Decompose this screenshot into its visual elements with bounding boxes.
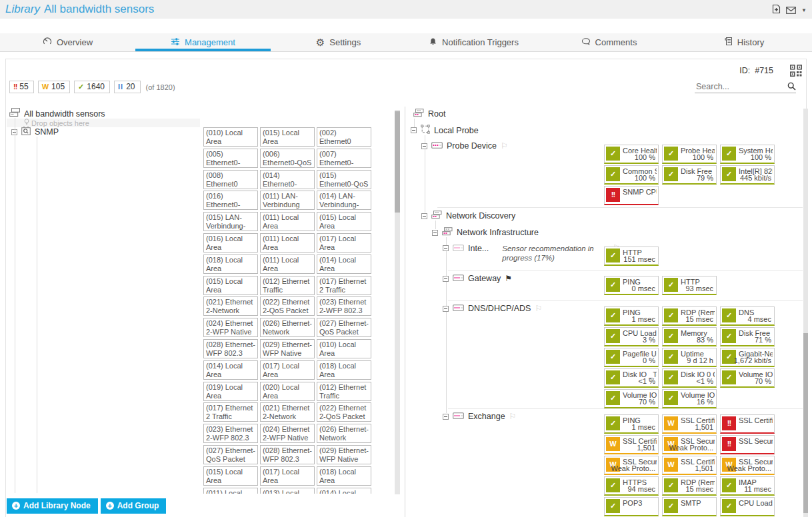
library-sensor-tile[interactable]: (014) Local Area xyxy=(317,488,371,494)
tree-node-dns-dhcp-ads[interactable]: DNS/DHCP/ADS ⚐ xyxy=(443,304,542,313)
right-panel-scrollbar-thumb[interactable] xyxy=(803,333,808,513)
library-sensor-tile[interactable]: (015) Local Area xyxy=(203,466,258,486)
library-sensor-tile[interactable]: (005) Ethernet0-WFP Native xyxy=(203,149,258,168)
library-sensor-tile[interactable]: (027) Ethernet-QoS Packet xyxy=(317,318,371,337)
sensor-tile[interactable]: WSSL Securi...Weak Proto... xyxy=(662,435,717,454)
sensor-tile[interactable]: ✓HTTP151 msec xyxy=(604,247,659,266)
status-badge-ok[interactable]: ✓1640 xyxy=(74,81,110,93)
tab-history[interactable]: History xyxy=(677,33,812,51)
tree-node-exchange[interactable]: Exchange ⚐ xyxy=(443,412,516,421)
collapse-toggle[interactable] xyxy=(443,414,449,420)
sensor-tile[interactable]: ✓Intel[R] 825...445 kbit/s xyxy=(720,165,775,185)
new-object-icon[interactable] xyxy=(772,4,781,17)
library-sensor-tile[interactable]: (029) Ethernet-WFP Native xyxy=(260,339,315,358)
sensor-tile[interactable]: ✓Disk IO 0 C:<1 % xyxy=(662,368,717,388)
library-sensor-tile[interactable]: (024) Ethernet 2-WFP Native xyxy=(203,318,258,337)
library-sensor-tile[interactable]: (021) Ethernet 2-Network xyxy=(260,402,315,422)
sensor-tile[interactable]: !!SSL Certifi... xyxy=(720,414,775,434)
sensor-tile[interactable]: ✓SMTP xyxy=(662,497,717,516)
library-sensor-tile[interactable]: (028) Ethernet-WFP 802.3 xyxy=(260,445,315,464)
library-sensor-tile[interactable]: (007) Ethernet0-WFP 802.3 xyxy=(317,149,371,168)
library-sensor-tile[interactable]: (016) Ethernet0-WFP 802.3 xyxy=(203,191,258,210)
collapse-toggle[interactable] xyxy=(443,276,449,282)
library-sensor-tile[interactable]: (012) Ethernet Traffic xyxy=(260,276,315,295)
sensor-tile[interactable]: ✓Probe Heal...100 % xyxy=(662,145,717,164)
sensor-tile[interactable]: ✓HTTPS94 msec xyxy=(604,476,659,496)
library-sensor-tile[interactable]: (017) Local Area xyxy=(260,466,315,486)
status-badge-paused[interactable]: II20 xyxy=(114,81,140,93)
sensor-tile[interactable]: !!SSL Securi... xyxy=(720,435,775,454)
tab-comments[interactable]: Comments xyxy=(541,33,677,51)
tree-node-network-discovery[interactable]: Network Discovery xyxy=(421,211,515,221)
library-sensor-tile[interactable]: (010) Local Area xyxy=(317,339,371,358)
sensor-tile[interactable]: ✓HTTP93 msec xyxy=(662,276,717,295)
left-panel-scrollbar-thumb[interactable] xyxy=(395,111,400,213)
library-sensor-tile[interactable]: (023) Ethernet 2-WFP 802.3 xyxy=(203,424,258,443)
library-sensor-tile[interactable]: (011) Local Area xyxy=(260,212,315,231)
search-icon[interactable] xyxy=(787,82,796,91)
library-sensor-tile[interactable]: (008) Ethernet0 Traffic xyxy=(203,170,258,189)
sensor-tile[interactable]: ✓RDP (Rem...15 msec xyxy=(662,306,717,326)
library-sensor-tile[interactable]: (014) Local Area xyxy=(203,360,258,380)
tree-node-network-infrastructure[interactable]: Network Infrastructure xyxy=(432,227,539,238)
library-sensor-tile[interactable]: (017) Local Area xyxy=(317,233,371,253)
library-sensor-tile[interactable]: (018) Local Area xyxy=(317,466,371,486)
tree-node-gateway[interactable]: Gateway ⚑ xyxy=(443,274,512,283)
library-sensor-tile[interactable]: (018) Local Area xyxy=(317,360,371,380)
library-sensor-tile[interactable]: (017) Ethernet 2 Traffic xyxy=(317,276,371,295)
collapse-toggle[interactable] xyxy=(443,245,449,251)
sensor-tile[interactable]: ✓Core Health100 % xyxy=(604,145,659,164)
collapse-toggle[interactable] xyxy=(432,230,438,236)
library-sensor-tile[interactable]: (019) Local Area xyxy=(203,382,258,401)
sensor-tile[interactable]: ✓System He...100 % xyxy=(720,145,775,164)
library-sensor-tile[interactable]: (015) Local Area xyxy=(317,212,371,231)
sensor-tile[interactable]: WSSL Securi...Weak Proto... xyxy=(604,456,659,475)
chevron-down-icon[interactable]: ▼ xyxy=(801,7,807,13)
library-node-snmp[interactable]: SNMP xyxy=(11,127,59,137)
library-sensor-tile[interactable]: (014) Ethernet0-WFP Native xyxy=(260,170,315,189)
library-sensor-tile[interactable]: (021) Ethernet 2-Network xyxy=(203,296,258,316)
library-sensor-tile[interactable]: (014) Local Area xyxy=(317,255,371,274)
library-sensor-tile[interactable]: (010) Local Area xyxy=(203,127,258,147)
library-sensor-tile[interactable]: (017) Local Area xyxy=(260,360,315,380)
sensor-tile[interactable]: WSSL Certifi...1,501 xyxy=(662,456,717,475)
sensor-tile[interactable]: ✓Volume IO ...70 % xyxy=(604,389,659,408)
library-sensor-tile[interactable]: (026) Ethernet-Network xyxy=(317,424,371,443)
sensor-tile[interactable]: !!SNMP CPU... xyxy=(604,186,659,205)
sensor-tile[interactable]: ✓PING0 msec xyxy=(604,276,659,295)
library-sensor-tile[interactable]: (013) Local Area xyxy=(260,488,315,494)
library-sensor-tile[interactable]: (017) Ethernet 2 Traffic xyxy=(203,402,258,422)
sensor-tile[interactable]: WSSL Securi...Weak Proto... xyxy=(720,456,775,475)
collapse-toggle[interactable] xyxy=(411,127,417,133)
sensor-tile[interactable]: WSSL Certifi...1,501 xyxy=(662,414,717,434)
sensor-tile[interactable]: ✓Disk Free71 % xyxy=(720,327,775,346)
library-sensor-tile[interactable]: (018) Local Area xyxy=(203,255,258,274)
library-sensor-tile[interactable]: (011) Local Area xyxy=(260,255,315,274)
sensor-tile[interactable]: ✓Volume IO ...70 % xyxy=(720,368,775,388)
sensor-tile[interactable]: ✓PING1 msec xyxy=(604,414,659,434)
tree-node-root[interactable]: Root xyxy=(413,109,445,119)
library-sensor-tile[interactable]: (024) Ethernet 2-WFP Native xyxy=(260,424,315,443)
library-sensor-tile[interactable]: (006) Ethernet0-QoS Packet xyxy=(260,149,315,168)
library-sensor-tile[interactable]: (022) Ethernet 2-QoS Packet xyxy=(260,296,315,316)
sensor-tile[interactable]: ✓POP3 xyxy=(604,497,659,516)
tab-overview[interactable]: Overview xyxy=(0,33,135,51)
library-sensor-tile[interactable]: (016) Local Area xyxy=(203,233,258,253)
sensor-tile[interactable]: ✓RDP (Rem...15 msec xyxy=(662,476,717,496)
sensor-tile[interactable]: ✓Uptime9 d 12 h xyxy=(662,348,717,367)
library-sensor-tile[interactable]: (015) Ethernet0-QoS Packet xyxy=(317,170,371,189)
sensor-tile[interactable]: ✓Volume IO ...16 % xyxy=(662,389,717,408)
library-sensor-tile[interactable]: (011) Local Area xyxy=(260,233,315,253)
sensor-tile[interactable]: ✓Memory83 % xyxy=(662,327,717,346)
library-sensor-tile[interactable]: (002) Ethernet0 Traffic xyxy=(317,127,371,147)
tab-management[interactable]: Management xyxy=(135,33,271,51)
tab-settings[interactable]: ⚙ Settings xyxy=(271,33,406,51)
library-sensor-tile[interactable]: (020) Local Area xyxy=(260,382,315,401)
sensor-tile[interactable]: ✓Disk Free79 % xyxy=(662,165,717,185)
collapse-toggle[interactable] xyxy=(421,143,427,149)
sensor-tile[interactable]: ✓CPU Load xyxy=(720,497,775,516)
sensor-tile[interactable]: ✓CPU Load3 % xyxy=(604,327,659,346)
library-sensor-tile[interactable]: (011) Local Area xyxy=(203,488,258,494)
library-sensor-tile[interactable]: (012) Ethernet Traffic xyxy=(317,382,371,401)
library-sensor-tile[interactable]: (027) Ethernet-QoS Packet xyxy=(203,445,258,464)
